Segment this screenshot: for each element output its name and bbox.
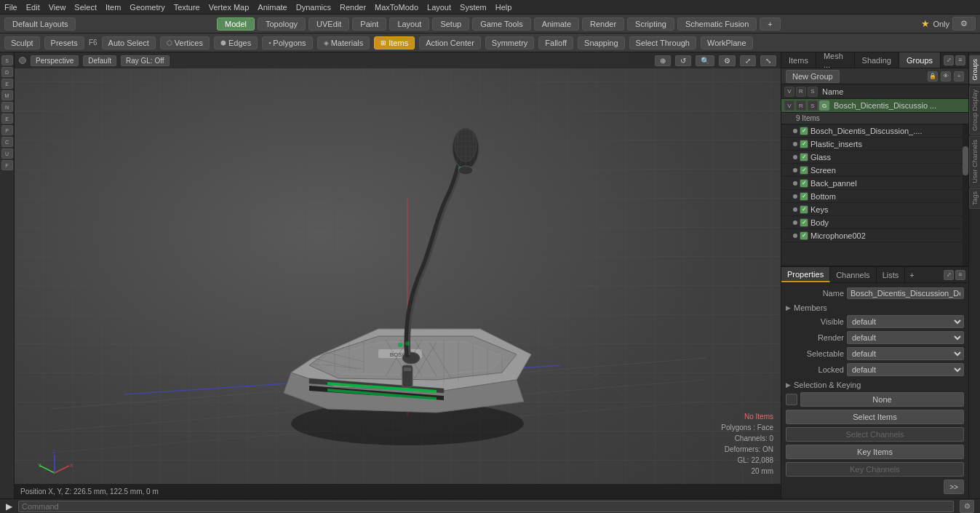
vp-nav6[interactable]: ⤡ xyxy=(760,55,776,66)
props-settings-btn[interactable]: ≡ xyxy=(955,270,965,280)
bottom-arrow[interactable]: ▶ xyxy=(6,501,12,512)
props-expand-btn[interactable]: ⤢ xyxy=(944,270,954,280)
menu-maxtomodo[interactable]: MaxToModo xyxy=(375,3,418,12)
group-item[interactable]: V R S G Bosch_Dicentis_Discussio ... xyxy=(781,99,968,113)
groups-add-btn[interactable]: + xyxy=(954,71,964,81)
name-input[interactable] xyxy=(847,287,964,299)
tree-item-2[interactable]: ✓ Glass xyxy=(781,151,968,164)
groups-lock-btn[interactable]: 🔒 xyxy=(928,71,938,81)
tree-check-2[interactable]: ✓ xyxy=(800,153,808,162)
sidebar-btn-2[interactable]: D xyxy=(1,67,13,77)
tab-layout[interactable]: Layout xyxy=(389,17,429,31)
render-select[interactable]: default xyxy=(847,331,964,344)
tab-shading[interactable]: Shading xyxy=(855,52,899,68)
tree-item-7[interactable]: ✓ Body xyxy=(781,216,968,229)
workplane-btn[interactable]: WorkPlane xyxy=(701,36,753,49)
groups-scrollbar[interactable] xyxy=(963,124,968,266)
vp-nav2[interactable]: ↺ xyxy=(675,55,691,66)
tree-item-1[interactable]: ✓ Plastic_inserts xyxy=(781,138,968,151)
sidebar-btn-3[interactable]: E xyxy=(1,79,13,89)
group-render-icon[interactable]: R xyxy=(796,100,806,111)
sculpt-btn[interactable]: Sculpt xyxy=(4,36,40,49)
select-through-btn[interactable]: Select Through xyxy=(629,36,696,49)
view-type-btn[interactable]: Perspective xyxy=(31,55,79,66)
col-render[interactable]: R xyxy=(796,87,806,97)
tree-check-5[interactable]: ✓ xyxy=(800,192,808,201)
items-btn[interactable]: ⊞ Items xyxy=(374,36,415,49)
menu-render[interactable]: Render xyxy=(340,3,366,12)
select-items-btn[interactable]: Select Items xyxy=(786,410,964,424)
bottom-settings-btn[interactable]: ⚙ xyxy=(960,500,974,513)
props-tab-channels[interactable]: Channels xyxy=(830,267,876,282)
ray-gl-btn[interactable]: Ray GL: Off xyxy=(121,55,170,66)
col-select[interactable]: S xyxy=(808,87,818,97)
tree-item-4[interactable]: ✓ Back_pannel xyxy=(781,177,968,190)
tab-uvedit[interactable]: UVEdit xyxy=(308,17,349,31)
vertices-btn[interactable]: ⬡ Vertices xyxy=(160,36,210,49)
vp-nav1[interactable]: ⊕ xyxy=(655,55,671,66)
menu-help[interactable]: Help xyxy=(495,3,512,12)
falloff-btn[interactable]: Falloff xyxy=(538,36,573,49)
tab-animate[interactable]: Animate xyxy=(534,17,579,31)
tab-schematic[interactable]: Schematic Fusion xyxy=(677,17,757,31)
tab-scripting[interactable]: Scripting xyxy=(627,17,674,31)
sidebar-btn-4[interactable]: M xyxy=(1,90,13,100)
tree-check-4[interactable]: ✓ xyxy=(800,179,808,188)
sidebar-btn-1[interactable]: S xyxy=(1,55,13,65)
menu-vertexmap[interactable]: Vertex Map xyxy=(209,3,250,12)
menu-dynamics[interactable]: Dynamics xyxy=(296,3,331,12)
sidebar-btn-9[interactable]: U xyxy=(1,148,13,159)
tree-item-8[interactable]: ✓ Microphone002 xyxy=(781,229,968,242)
tab-items[interactable]: Items xyxy=(781,52,816,68)
symmetry-btn[interactable]: Symmetry xyxy=(485,36,535,49)
layout-dropdown[interactable]: Default Layouts xyxy=(4,17,76,31)
locked-select[interactable]: default xyxy=(847,363,964,376)
sidebar-btn-5[interactable]: N xyxy=(1,102,13,112)
tab-render[interactable]: Render xyxy=(582,17,624,31)
new-group-btn[interactable]: New Group xyxy=(786,70,840,83)
tree-item-6[interactable]: ✓ Keys xyxy=(781,203,968,216)
polygons-btn[interactable]: ▪ Polygons xyxy=(262,36,312,49)
props-tab-add[interactable]: + xyxy=(905,267,918,282)
menu-animate[interactable]: Animate xyxy=(258,3,287,12)
menu-file[interactable]: File xyxy=(4,3,17,12)
autoselect-btn[interactable]: Auto Select xyxy=(102,36,156,49)
props-tab-properties[interactable]: Properties xyxy=(781,267,830,282)
none-btn[interactable]: None xyxy=(800,392,964,407)
group-visible-icon[interactable]: V xyxy=(784,100,794,111)
materials-btn[interactable]: ◈ Materials xyxy=(317,36,370,49)
menu-item[interactable]: Item xyxy=(105,3,121,12)
panel-expand-btn[interactable]: ⤢ xyxy=(944,55,954,65)
props-tab-lists[interactable]: Lists xyxy=(877,267,906,282)
settings-btn[interactable]: ⚙ xyxy=(952,17,976,31)
viewport-canvas[interactable]: BOSCH xyxy=(15,52,781,498)
groups-eye-btn[interactable]: 👁 xyxy=(941,71,951,81)
tree-check-1[interactable]: ✓ xyxy=(800,140,808,148)
rtab-user-channels[interactable]: User Channels xyxy=(969,136,981,187)
tab-topology[interactable]: Topology xyxy=(258,17,306,31)
tree-check-7[interactable]: ✓ xyxy=(800,218,808,227)
vp-nav5[interactable]: ⤢ xyxy=(740,55,756,66)
col-visible[interactable]: V xyxy=(784,87,794,97)
tab-gametools[interactable]: Game Tools xyxy=(472,17,531,31)
tab-mesh[interactable]: Mesh ... xyxy=(816,52,855,68)
tree-check-0[interactable]: ✓ xyxy=(800,127,808,135)
sidebar-btn-10[interactable]: F xyxy=(1,160,13,170)
command-input[interactable] xyxy=(18,501,954,512)
vp-nav4[interactable]: ⚙ xyxy=(719,55,736,66)
vp-nav3[interactable]: 🔍 xyxy=(696,55,714,66)
tab-model[interactable]: Model xyxy=(217,17,255,31)
tree-item-5[interactable]: ✓ Bottom xyxy=(781,190,968,203)
tree-check-3[interactable]: ✓ xyxy=(800,166,808,175)
selectable-select[interactable]: default xyxy=(847,347,964,360)
menu-geometry[interactable]: Geometry xyxy=(130,3,164,12)
key-items-btn[interactable]: Key Items xyxy=(786,445,964,459)
menu-system[interactable]: System xyxy=(460,3,487,12)
menu-select[interactable]: Select xyxy=(74,3,97,12)
tree-item-3[interactable]: ✓ Screen xyxy=(781,164,968,177)
tab-paint[interactable]: Paint xyxy=(352,17,386,31)
menu-layout[interactable]: Layout xyxy=(427,3,451,12)
tree-check-6[interactable]: ✓ xyxy=(800,205,808,214)
presets-btn[interactable]: Presets xyxy=(44,36,84,49)
group-select-icon[interactable]: S xyxy=(808,100,818,111)
